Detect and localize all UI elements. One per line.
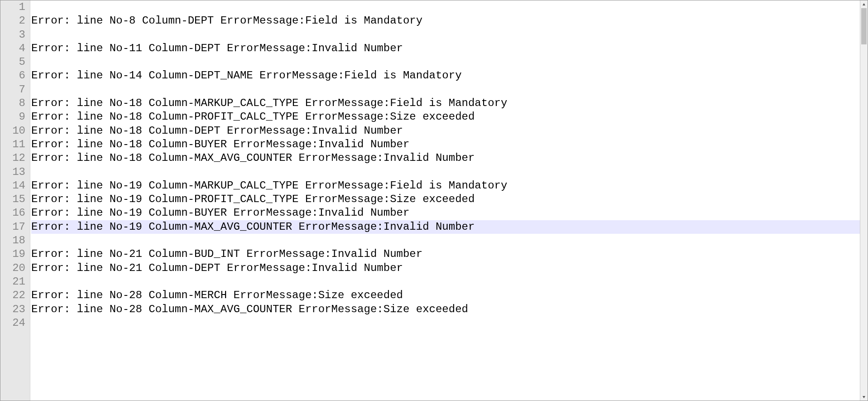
editor-line[interactable] xyxy=(31,83,860,97)
editor-line[interactable]: Error: line No-21 Column-DEPT ErrorMessa… xyxy=(31,261,860,275)
editor-line[interactable]: Error: line No-18 Column-PROFIT_CALC_TYP… xyxy=(31,110,860,124)
line-number: 18 xyxy=(0,234,25,247)
line-number: 22 xyxy=(0,289,25,302)
editor-line[interactable]: Error: line No-19 Column-PROFIT_CALC_TYP… xyxy=(31,193,860,206)
text-editor: 123456789101112131415161718192021222324 … xyxy=(0,0,868,401)
line-number: 14 xyxy=(0,179,25,193)
line-number: 10 xyxy=(0,124,25,138)
editor-line[interactable] xyxy=(31,28,860,42)
line-number: 1 xyxy=(0,0,25,14)
scroll-track[interactable] xyxy=(860,8,868,393)
editor-line[interactable]: Error: line No-18 Column-MAX_AVG_COUNTER… xyxy=(31,151,860,165)
editor-line[interactable]: Error: line No-18 Column-MARKUP_CALC_TYP… xyxy=(31,97,860,110)
editor-line[interactable]: Error: line No-19 Column-BUYER ErrorMess… xyxy=(31,206,860,220)
editor-text-area[interactable]: Error: line No-8 Column-DEPT ErrorMessag… xyxy=(30,0,860,401)
editor-line[interactable]: Error: line No-21 Column-BUD_INT ErrorMe… xyxy=(31,247,860,261)
editor-line[interactable] xyxy=(31,165,860,179)
line-number: 23 xyxy=(0,303,25,316)
editor-line[interactable] xyxy=(31,316,860,330)
editor-line[interactable]: Error: line No-28 Column-MAX_AVG_COUNTER… xyxy=(31,303,860,316)
editor-line[interactable] xyxy=(31,275,860,289)
scroll-thumb[interactable] xyxy=(861,8,867,44)
editor-line[interactable]: Error: line No-11 Column-DEPT ErrorMessa… xyxy=(31,42,860,55)
editor-line[interactable]: Error: line No-18 Column-DEPT ErrorMessa… xyxy=(31,124,860,138)
scroll-up-arrow-icon[interactable] xyxy=(860,0,868,8)
line-number: 20 xyxy=(0,261,25,275)
line-number: 15 xyxy=(0,193,25,206)
line-number: 7 xyxy=(0,83,25,97)
editor-line[interactable] xyxy=(31,0,860,14)
editor-line[interactable]: Error: line No-28 Column-MERCH ErrorMess… xyxy=(31,289,860,302)
scroll-down-arrow-icon[interactable] xyxy=(860,393,868,401)
line-number: 11 xyxy=(0,138,25,151)
line-number: 13 xyxy=(0,165,25,179)
editor-line[interactable]: Error: line No-8 Column-DEPT ErrorMessag… xyxy=(31,14,860,28)
line-number: 8 xyxy=(0,97,25,110)
line-number: 3 xyxy=(0,28,25,42)
editor-line[interactable] xyxy=(31,234,860,247)
line-number: 17 xyxy=(0,220,25,234)
line-number: 24 xyxy=(0,316,25,330)
vertical-scrollbar[interactable] xyxy=(860,0,868,401)
editor-line[interactable]: Error: line No-19 Column-MARKUP_CALC_TYP… xyxy=(31,179,860,193)
editor-line[interactable] xyxy=(31,55,860,69)
line-number: 6 xyxy=(0,69,25,82)
line-number-gutter: 123456789101112131415161718192021222324 xyxy=(0,0,30,401)
line-number: 9 xyxy=(0,110,25,124)
line-number: 4 xyxy=(0,42,25,55)
line-number: 19 xyxy=(0,247,25,261)
editor-line[interactable]: Error: line No-19 Column-MAX_AVG_COUNTER… xyxy=(31,220,860,234)
line-number: 5 xyxy=(0,55,25,69)
line-number: 16 xyxy=(0,206,25,220)
editor-line[interactable]: Error: line No-14 Column-DEPT_NAME Error… xyxy=(31,69,860,82)
line-number: 12 xyxy=(0,151,25,165)
line-number: 21 xyxy=(0,275,25,289)
line-number: 2 xyxy=(0,14,25,28)
editor-line[interactable]: Error: line No-18 Column-BUYER ErrorMess… xyxy=(31,138,860,151)
